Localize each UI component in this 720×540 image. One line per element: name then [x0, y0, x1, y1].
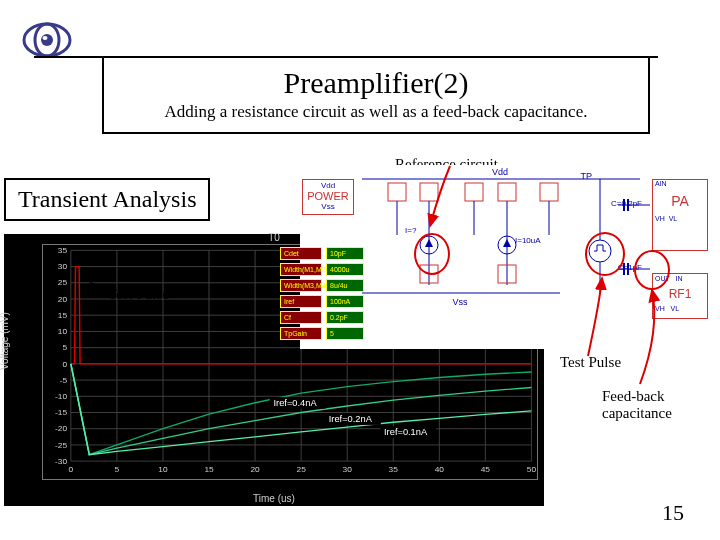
- svg-text:15: 15: [58, 311, 68, 320]
- svg-text:30: 30: [58, 262, 68, 271]
- svg-text:10: 10: [158, 465, 168, 474]
- title-box: Preamplifier(2) Adding a resistance circ…: [102, 56, 650, 134]
- svg-text:50: 50: [527, 465, 537, 474]
- svg-point-2: [41, 34, 53, 46]
- svg-text:10: 10: [58, 327, 68, 336]
- svg-point-3: [43, 36, 48, 40]
- svg-text:45: 45: [481, 465, 491, 474]
- svg-text:Iref=0.2nA: Iref=0.2nA: [329, 414, 373, 424]
- svg-line-91: [86, 279, 106, 293]
- logo-icon: [22, 22, 72, 58]
- chart-ylabel: Voltage (mV): [0, 312, 10, 370]
- callout-arrows: [300, 160, 720, 410]
- svg-text:25: 25: [297, 465, 307, 474]
- chart-xlabel: Time (us): [253, 493, 295, 504]
- svg-text:25: 25: [58, 279, 68, 288]
- svg-text:40: 40: [435, 465, 445, 474]
- svg-text:35: 35: [389, 465, 399, 474]
- svg-text:15: 15: [204, 465, 214, 474]
- page-number: 15: [662, 500, 684, 526]
- svg-text:-30: -30: [55, 457, 68, 466]
- slide-title: Preamplifier(2): [116, 66, 636, 100]
- svg-text:-10: -10: [55, 392, 68, 401]
- svg-text:0: 0: [62, 360, 67, 369]
- svg-text:-5: -5: [60, 376, 68, 385]
- svg-text:20: 20: [250, 465, 260, 474]
- feedback-cap-label: Feed-back capacitance: [602, 388, 702, 422]
- svg-text:20: 20: [58, 295, 68, 304]
- svg-text:-20: -20: [55, 425, 68, 434]
- svg-text:30: 30: [343, 465, 353, 474]
- svg-text:0: 0: [69, 465, 74, 474]
- test-pulse-label-2: Test Pulse: [560, 354, 621, 371]
- chart-title: T0: [268, 232, 280, 243]
- svg-text:35: 35: [58, 246, 68, 255]
- svg-text:-25: -25: [55, 441, 68, 450]
- test-pulse-label-1: Test Pulse: [108, 286, 169, 303]
- slide-subtitle: Adding a resistance circuit as well as a…: [116, 102, 636, 122]
- svg-text:5: 5: [62, 343, 67, 352]
- svg-text:5: 5: [115, 465, 120, 474]
- svg-text:-15: -15: [55, 408, 68, 417]
- transient-heading: Transient Analysis: [4, 178, 210, 221]
- svg-text:Iref=0.1nA: Iref=0.1nA: [384, 427, 428, 437]
